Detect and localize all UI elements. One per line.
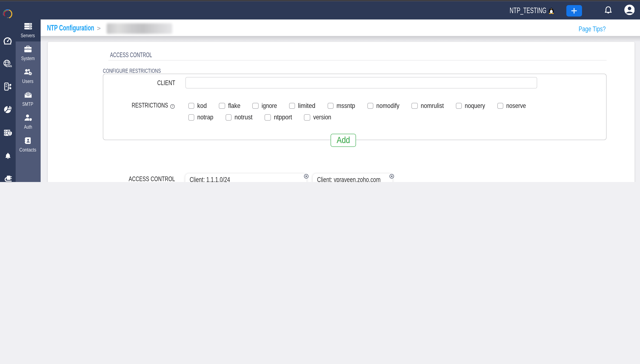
svg-text:DNS: DNS: [6, 64, 12, 68]
svg-text:?: ?: [172, 105, 173, 108]
